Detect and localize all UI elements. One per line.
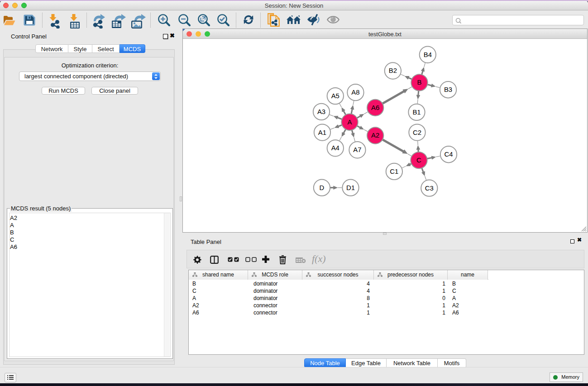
svg-text:C3: C3 (425, 185, 434, 192)
svg-text:A: A (348, 119, 352, 126)
svg-text:C: C (416, 157, 421, 164)
svg-text:B: B (417, 79, 422, 86)
svg-text:C4: C4 (445, 151, 453, 158)
svg-text:A6: A6 (371, 104, 379, 111)
svg-text:C1: C1 (390, 168, 398, 175)
svg-text:B4: B4 (424, 51, 432, 58)
svg-text:B3: B3 (444, 86, 452, 93)
svg-text:C2: C2 (413, 129, 421, 136)
svg-text:A2: A2 (371, 132, 379, 139)
svg-text:A4: A4 (331, 144, 339, 152)
svg-text:A3: A3 (317, 108, 325, 115)
svg-text:A8: A8 (351, 89, 359, 96)
svg-text:D: D (320, 184, 325, 191)
svg-text:D1: D1 (346, 184, 355, 191)
svg-text:B1: B1 (412, 109, 421, 116)
svg-text:A5: A5 (331, 92, 339, 100)
svg-text:B2: B2 (389, 67, 397, 74)
svg-text:A1: A1 (318, 129, 326, 136)
svg-text:A7: A7 (353, 146, 361, 153)
